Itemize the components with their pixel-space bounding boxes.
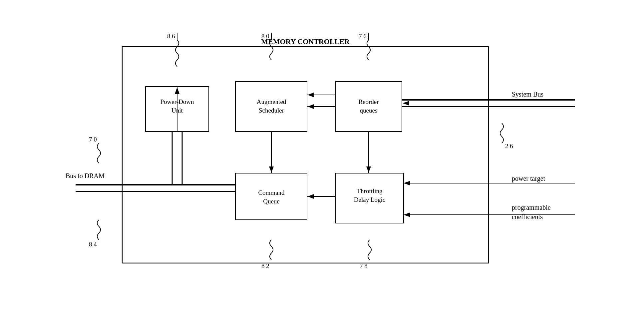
diagram-svg: MEMORY CONTROLLER Power-Down Unit Augmen… — [56, 20, 588, 293]
svg-text:8 2: 8 2 — [261, 262, 269, 269]
svg-text:2 6: 2 6 — [505, 143, 513, 150]
svg-rect-14 — [335, 173, 404, 223]
svg-text:programmable: programmable — [512, 204, 551, 211]
svg-marker-33 — [404, 181, 410, 185]
svg-rect-2 — [146, 87, 209, 132]
svg-text:8 6: 8 6 — [167, 33, 175, 40]
svg-marker-42 — [308, 93, 314, 97]
svg-marker-48 — [366, 166, 371, 172]
svg-text:7 8: 7 8 — [360, 262, 368, 269]
svg-text:coefficients: coefficients — [512, 213, 543, 220]
svg-rect-11 — [235, 173, 307, 220]
svg-text:System Bus: System Bus — [512, 91, 543, 98]
svg-text:7 0: 7 0 — [89, 136, 97, 143]
svg-text:Queue: Queue — [263, 198, 280, 205]
svg-text:power target: power target — [512, 175, 545, 182]
svg-text:Augmented: Augmented — [257, 98, 286, 105]
svg-text:Delay Logic: Delay Logic — [354, 196, 385, 203]
svg-text:Power-Down: Power-Down — [161, 98, 194, 105]
svg-text:queues: queues — [360, 107, 378, 114]
svg-text:Bus to DRAM: Bus to DRAM — [66, 172, 105, 179]
svg-text:Scheduler: Scheduler — [259, 107, 284, 114]
svg-text:7 6: 7 6 — [359, 33, 367, 40]
svg-text:8 0: 8 0 — [261, 33, 269, 40]
svg-rect-5 — [235, 82, 307, 132]
svg-marker-44 — [308, 104, 314, 109]
diagram-container: MEMORY CONTROLLER Power-Down Unit Augmen… — [56, 20, 588, 293]
svg-marker-46 — [269, 166, 274, 172]
svg-text:Command: Command — [258, 189, 285, 196]
svg-text:Unit: Unit — [171, 107, 183, 114]
svg-rect-0 — [122, 47, 488, 263]
svg-marker-56 — [403, 101, 409, 106]
svg-marker-50 — [308, 194, 314, 199]
svg-marker-54 — [175, 87, 179, 94]
svg-text:Reorder: Reorder — [358, 98, 379, 105]
svg-text:Throttling: Throttling — [357, 187, 383, 194]
svg-text:MEMORY CONTROLLER: MEMORY CONTROLLER — [261, 37, 350, 46]
svg-marker-35 — [404, 212, 410, 217]
svg-rect-8 — [335, 82, 402, 132]
svg-text:8 4: 8 4 — [89, 241, 97, 248]
